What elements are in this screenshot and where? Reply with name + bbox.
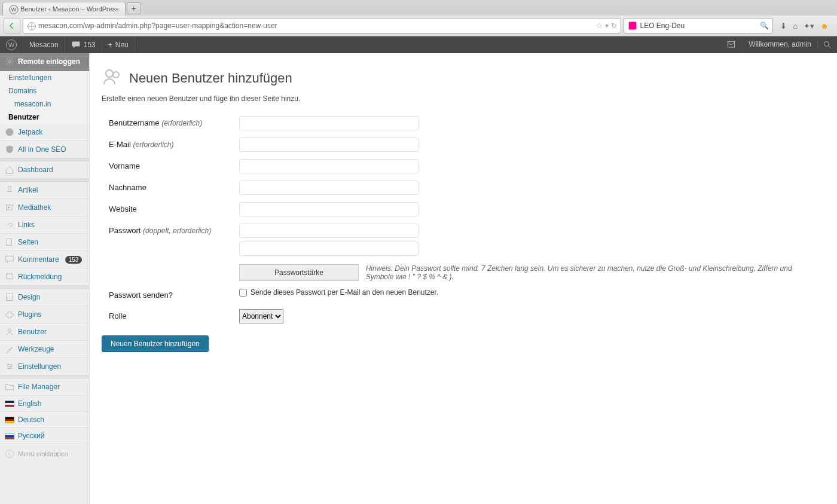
browser-search[interactable]: LEO Eng-Deu 🔍	[624, 18, 773, 33]
folder-icon	[5, 382, 14, 392]
flag-en-icon	[5, 401, 14, 407]
menu-jetpack[interactable]: Jetpack	[0, 124, 89, 140]
wp-logo-menu[interactable]: W	[0, 36, 23, 53]
ghostery-icon[interactable]: ☻	[820, 22, 829, 30]
menu-links[interactable]: Links	[0, 216, 89, 233]
label-send-password: Passwort senden?	[109, 291, 173, 300]
svg-rect-10	[7, 239, 11, 245]
menu-posts[interactable]: Artikel	[0, 182, 89, 198]
menu-media[interactable]: Mediathek	[0, 199, 89, 216]
submenu-domains[interactable]: Domains	[0, 84, 89, 97]
browser-nav-bar: mesacon.com/wp-admin/admin.php?page=user…	[0, 16, 837, 36]
globe-icon	[27, 22, 35, 30]
svg-rect-3	[629, 22, 637, 30]
menu-lang-russian[interactable]: Русский	[0, 428, 89, 444]
label-password: Passwort	[109, 226, 140, 235]
menu-label: Remote einloggen	[18, 57, 80, 66]
submenu-users[interactable]: Benutzer	[0, 111, 89, 124]
svg-point-6	[8, 60, 11, 63]
submenu-domain-item[interactable]: mesacon.in	[0, 97, 89, 111]
flag-ru-icon	[5, 433, 14, 439]
send-password-checkbox[interactable]	[239, 289, 247, 297]
menu-remote-login[interactable]: Remote einloggen	[0, 53, 89, 71]
username-input[interactable]	[239, 116, 418, 130]
svg-point-5	[824, 41, 829, 46]
appearance-icon	[5, 292, 14, 302]
browser-tab-bar: W Benutzer ‹ Mesacon – WordPress +	[0, 0, 837, 16]
required-hint: (erforderlich)	[161, 119, 202, 127]
svg-point-7	[6, 129, 14, 136]
menu-file-manager[interactable]: File Manager	[0, 378, 89, 395]
menu-lang-english[interactable]: English	[0, 396, 89, 411]
menu-settings[interactable]: Einstellungen	[0, 358, 89, 375]
addon-icon[interactable]: ✦▾	[804, 22, 814, 30]
svg-point-9	[8, 206, 10, 208]
role-select[interactable]: Abonnent	[239, 309, 283, 323]
user-form: Benutzername (erforderlich) E-Mail (erfo…	[102, 112, 825, 327]
menu-users[interactable]: Benutzer	[0, 323, 89, 340]
submenu-settings[interactable]: Einstellungen	[0, 71, 89, 84]
wordpress-icon: W	[6, 39, 17, 50]
menu-pages[interactable]: Seiten	[0, 234, 89, 251]
firstname-input[interactable]	[239, 159, 418, 173]
menu-aioseo[interactable]: All in One SEO	[0, 141, 89, 158]
menu-comments[interactable]: Kommentare153	[0, 251, 89, 268]
search-toggle[interactable]	[818, 40, 837, 50]
users-icon	[5, 327, 14, 337]
new-content-menu[interactable]: + Neu	[102, 36, 135, 53]
menu-tools[interactable]: Werkzeuge	[0, 341, 89, 358]
site-menu[interactable]: Mesacon	[23, 36, 65, 53]
house-icon	[5, 165, 14, 175]
settings-icon	[5, 362, 14, 371]
svg-rect-4	[728, 41, 735, 47]
send-password-row[interactable]: Sende dieses Passwort per E-Mail an den …	[239, 288, 819, 297]
comments-badge: 153	[65, 256, 83, 264]
menu-dashboard[interactable]: Dashboard	[0, 161, 89, 178]
notifications-icon[interactable]	[720, 40, 743, 50]
new-tab-button[interactable]: +	[127, 2, 141, 14]
page-description: Erstelle einen neuen Benutzer und füge i…	[102, 94, 825, 103]
label-role: Rolle	[109, 311, 127, 320]
menu-appearance[interactable]: Design	[0, 289, 89, 306]
svg-point-19	[113, 72, 119, 78]
downloads-icon[interactable]: ⬇	[780, 22, 787, 30]
svg-point-17	[6, 450, 14, 458]
menu-lang-deutsch[interactable]: Deutsch	[0, 412, 89, 427]
label-lastname: Nachname	[109, 183, 146, 192]
website-input[interactable]	[239, 202, 418, 216]
bookmark-icon[interactable]: ☆	[596, 22, 603, 30]
reload-icon[interactable]: ↻	[611, 22, 617, 30]
menu-plugins[interactable]: Plugins	[0, 306, 89, 323]
collapse-menu[interactable]: Menü einklappen	[0, 444, 89, 463]
email-input[interactable]	[239, 138, 418, 152]
add-user-button[interactable]: Neuen Benutzer hinzufügen	[102, 335, 209, 352]
howdy-menu[interactable]: Willkommen, admin	[743, 40, 818, 48]
browser-tab[interactable]: W Benutzer ‹ Mesacon – WordPress	[2, 2, 126, 16]
submenu-remote-login: Einstellungen Domains mesacon.in Benutze…	[0, 71, 89, 124]
home-icon[interactable]: ⌂	[793, 22, 798, 30]
back-button[interactable]	[4, 18, 20, 33]
password2-input[interactable]	[239, 242, 418, 256]
feedback-icon	[5, 272, 14, 282]
svg-rect-12	[6, 294, 13, 300]
menu-feedback[interactable]: Rückmeldung	[0, 268, 89, 285]
comment-count: 153	[84, 41, 96, 49]
url-text: mesacon.com/wp-admin/admin.php?page=user…	[38, 22, 277, 30]
password1-input[interactable]	[239, 224, 418, 238]
comments-menu[interactable]: 153	[65, 36, 102, 53]
main-content: Neuen Benutzer hinzufügen Erstelle einen…	[90, 53, 837, 504]
password-strength-meter: Passwortstärke	[239, 264, 359, 281]
url-bar[interactable]: mesacon.com/wp-admin/admin.php?page=user…	[23, 18, 621, 33]
admin-sidebar: Remote einloggen Einstellungen Domains m…	[0, 53, 90, 504]
new-label: Neu	[115, 41, 129, 49]
comment-icon	[71, 40, 81, 50]
browser-chrome: W Benutzer ‹ Mesacon – WordPress + mesac…	[0, 0, 837, 36]
send-password-label: Sende dieses Passwort per E-Mail an den …	[251, 288, 438, 297]
svg-point-15	[10, 366, 11, 367]
lastname-input[interactable]	[239, 181, 418, 195]
required-hint: (erforderlich)	[133, 140, 173, 149]
link-icon	[5, 220, 14, 230]
collapse-icon	[5, 449, 14, 459]
search-icon[interactable]: 🔍	[760, 22, 769, 30]
svg-point-13	[8, 329, 11, 332]
